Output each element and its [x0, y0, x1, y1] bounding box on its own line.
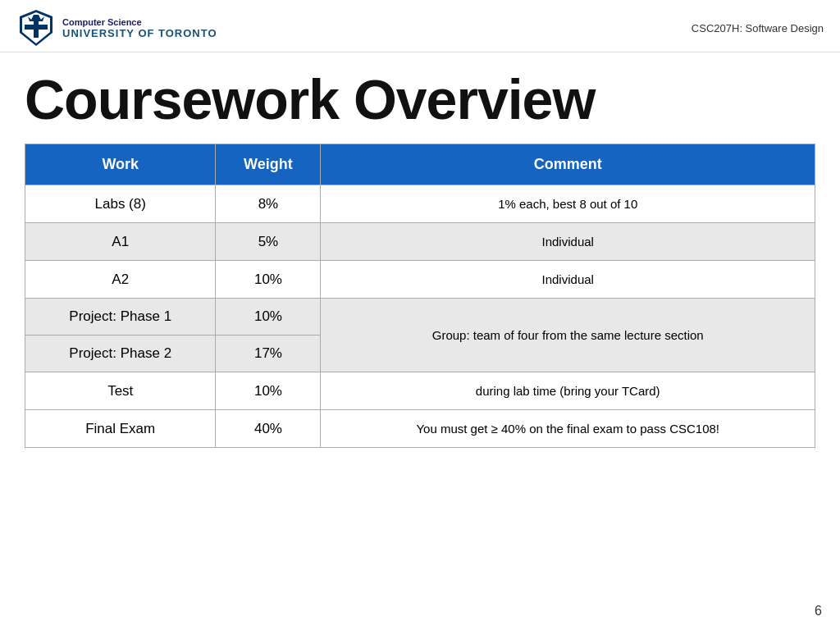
comment-cell: Individual	[321, 223, 815, 261]
weight-cell: 10%	[216, 299, 321, 336]
table-header-row: Work Weight Comment	[25, 144, 815, 185]
table-row: Labs (8) 8% 1% each, best 8 out of 10	[25, 185, 815, 223]
table-row: A1 5% Individual	[25, 223, 815, 261]
university-text: Computer Science UNIVERSITY OF TORONTO	[62, 17, 217, 39]
work-cell: Project: Phase 2	[25, 336, 216, 372]
col-header-weight: Weight	[216, 144, 321, 185]
weight-cell: 10%	[216, 372, 321, 410]
col-header-work: Work	[25, 144, 216, 185]
svg-rect-3	[25, 25, 48, 30]
table-container: Work Weight Comment Labs (8) 8% 1% each,…	[0, 144, 840, 448]
comment-cell: Individual	[321, 261, 815, 299]
weight-cell: 10%	[216, 261, 321, 299]
work-cell: Project: Phase 1	[25, 299, 216, 336]
col-header-comment: Comment	[321, 144, 815, 185]
table-row: Project: Phase 1 10% Group: team of four…	[25, 299, 815, 336]
uoft-logo	[16, 8, 56, 48]
weight-cell: 5%	[216, 223, 321, 261]
comment-cell: 1% each, best 8 out of 10	[321, 185, 815, 223]
table-row: Final Exam 40% You must get ≥ 40% on the…	[25, 410, 815, 448]
work-cell: A1	[25, 223, 216, 261]
work-cell: A2	[25, 261, 216, 299]
weight-cell: 8%	[216, 185, 321, 223]
comment-cell: during lab time (bring your TCard)	[321, 372, 815, 410]
weight-cell: 17%	[216, 336, 321, 372]
comment-cell: You must get ≥ 40% on the final exam to …	[321, 410, 815, 448]
weight-cell: 40%	[216, 410, 321, 448]
page-title: Coursework Overview	[0, 52, 840, 144]
uni-name: UNIVERSITY OF TORONTO	[62, 27, 217, 39]
work-cell: Final Exam	[25, 410, 216, 448]
coursework-table: Work Weight Comment Labs (8) 8% 1% each,…	[25, 144, 815, 448]
work-cell: Test	[25, 372, 216, 410]
table-row: Test 10% during lab time (bring your TCa…	[25, 372, 815, 410]
header: Computer Science UNIVERSITY OF TORONTO C…	[0, 0, 840, 52]
table-row: A2 10% Individual	[25, 261, 815, 299]
work-cell: Labs (8)	[25, 185, 216, 223]
course-label: CSC207H: Software Design	[692, 22, 824, 34]
logo-area: Computer Science UNIVERSITY OF TORONTO	[16, 8, 217, 48]
comment-cell: Group: team of four from the same lectur…	[321, 299, 815, 372]
page-number: 6	[815, 604, 822, 619]
cs-label: Computer Science	[62, 17, 217, 27]
